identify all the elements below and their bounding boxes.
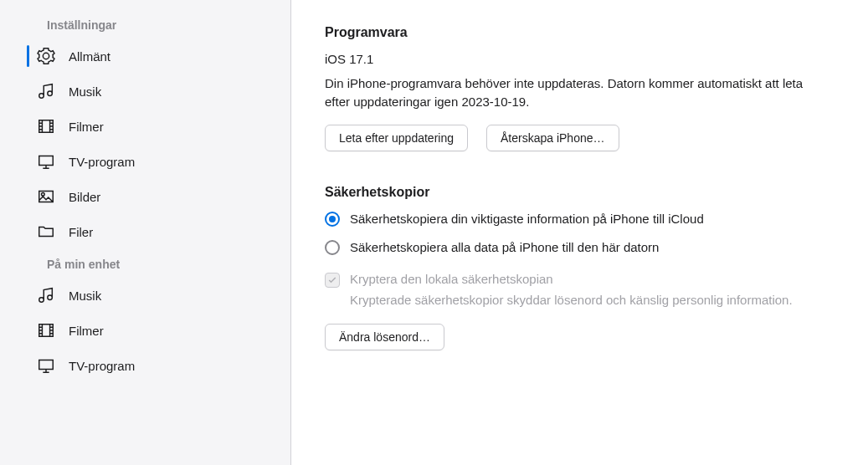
music-icon bbox=[37, 82, 55, 100]
sidebar-item-filer[interactable]: Filer bbox=[0, 214, 290, 249]
sidebar-item-tv-program[interactable]: TV-program bbox=[0, 144, 290, 179]
sidebar-item-filmer[interactable]: Filmer bbox=[0, 109, 290, 144]
gear-icon bbox=[37, 47, 55, 65]
sidebar-item-label: Filmer bbox=[69, 324, 104, 338]
sidebar-section-settings: Inställningar bbox=[0, 10, 290, 38]
software-title: Programvara bbox=[325, 25, 843, 40]
sidebar-item-label: TV-program bbox=[69, 155, 135, 169]
software-desc: Din iPhone-programvara behöver inte uppd… bbox=[325, 74, 827, 111]
sidebar-item-musik[interactable]: Musik bbox=[0, 74, 290, 109]
encrypt-checkbox bbox=[325, 273, 340, 288]
sidebar-item-label: Musik bbox=[69, 289, 101, 303]
backup-icloud-radio-row[interactable]: Säkerhetskopiera din viktigaste informat… bbox=[325, 212, 843, 227]
folder-icon bbox=[37, 222, 55, 241]
check-icon bbox=[327, 275, 337, 285]
encrypt-checkbox-row: Kryptera den lokala säkerhetskopian bbox=[325, 272, 843, 288]
encrypt-hint: Krypterade säkerhetskopior skyddar lösen… bbox=[350, 293, 843, 307]
radio-icloud[interactable] bbox=[325, 212, 340, 227]
tv-icon bbox=[37, 152, 55, 171]
restore-iphone-button[interactable]: Återskapa iPhone… bbox=[486, 125, 619, 151]
radio-icloud-label: Säkerhetskopiera din viktigaste informat… bbox=[350, 212, 704, 226]
sidebar-item-tv-program[interactable]: TV-program bbox=[0, 348, 290, 383]
radio-local-label: Säkerhetskopiera alla data på iPhone til… bbox=[350, 240, 659, 254]
backups-title: Säkerhetskopior bbox=[325, 185, 843, 200]
sidebar-item-label: TV-program bbox=[69, 359, 135, 373]
sidebar-item-musik[interactable]: Musik bbox=[0, 278, 290, 313]
ios-version: iOS 17.1 bbox=[325, 52, 843, 66]
film-icon bbox=[37, 321, 55, 340]
change-password-button[interactable]: Ändra lösenord… bbox=[325, 324, 444, 350]
check-update-button[interactable]: Leta efter uppdatering bbox=[325, 125, 468, 151]
sidebar-section-on-device: På min enhet bbox=[0, 249, 290, 278]
tv-icon bbox=[37, 356, 55, 375]
encrypt-label: Kryptera den lokala säkerhetskopian bbox=[350, 272, 553, 286]
sidebar: Inställningar AllmäntMusikFilmerTV-progr… bbox=[0, 0, 291, 465]
radio-local[interactable] bbox=[325, 240, 340, 255]
sidebar-item-label: Allmänt bbox=[69, 49, 110, 64]
film-icon bbox=[37, 117, 55, 135]
sidebar-item-label: Filer bbox=[69, 225, 93, 239]
photo-icon bbox=[37, 187, 55, 206]
main-content: Programvara iOS 17.1 Din iPhone-programv… bbox=[291, 0, 868, 465]
sidebar-item-label: Bilder bbox=[69, 190, 100, 204]
backup-local-radio-row[interactable]: Säkerhetskopiera alla data på iPhone til… bbox=[325, 240, 843, 255]
music-icon bbox=[37, 286, 55, 304]
sidebar-item-label: Musik bbox=[69, 84, 101, 99]
sidebar-item-filmer[interactable]: Filmer bbox=[0, 313, 290, 348]
sidebar-item-bilder[interactable]: Bilder bbox=[0, 179, 290, 214]
sidebar-item-allmänt[interactable]: Allmänt bbox=[0, 38, 290, 74]
sidebar-item-label: Filmer bbox=[69, 120, 104, 134]
